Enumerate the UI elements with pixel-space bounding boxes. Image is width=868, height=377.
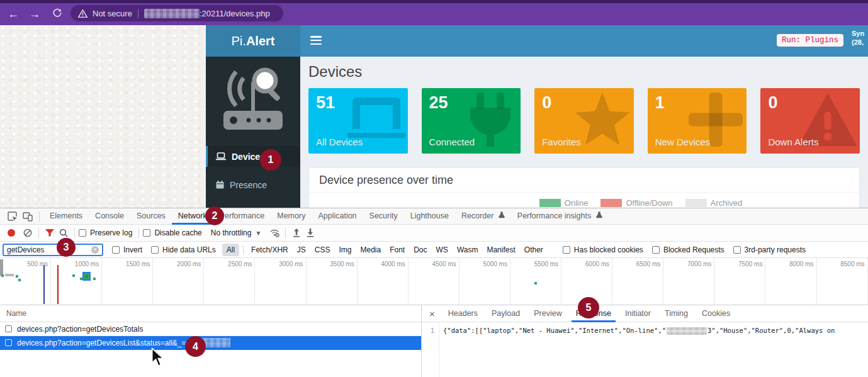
card-label: All Devices [316, 137, 363, 147]
desktop-background [0, 25, 206, 208]
devtools-tab[interactable]: Lighthouse [404, 208, 455, 225]
timeline-mark [16, 275, 18, 278]
request-type-chip[interactable]: Media [356, 244, 385, 256]
card-down-alerts[interactable]: 0 Down Alerts [760, 88, 860, 154]
app-header: Pi.Alert Run: Plugins Syn (28, [206, 25, 868, 57]
timeline-mark [43, 265, 45, 304]
import-har-icon[interactable] [290, 226, 303, 240]
device-toolbar-icon[interactable] [20, 209, 35, 224]
summary-cards: 51 All Devices 25 Connected [308, 88, 860, 154]
request-checkbox[interactable] [5, 339, 12, 346]
sidebar-item-devices[interactable]: Devices [206, 146, 300, 167]
export-har-icon[interactable] [303, 226, 317, 240]
request-type-chip[interactable]: Img [334, 244, 356, 256]
disable-cache-checkbox[interactable] [143, 229, 150, 237]
run-plugins-button[interactable]: Run: Plugins [777, 34, 843, 47]
detail-tab[interactable]: Headers [441, 305, 485, 322]
clear-filter-icon[interactable]: × [91, 246, 99, 254]
toolbar-divider [38, 228, 39, 238]
request-list-header: Name [0, 305, 421, 322]
request-row[interactable]: devices.php?action=getDevicesList&status… [0, 336, 421, 350]
filter-icon[interactable] [43, 226, 57, 240]
filter-input-value: getDevices [7, 245, 91, 254]
network-main-split: Name devices.php?action=getDevicesTotals… [0, 305, 868, 377]
network-conditions-icon[interactable] [268, 226, 281, 240]
request-type-chip[interactable]: CSS [310, 244, 335, 256]
card-favorites[interactable]: 0 Favorites [534, 88, 634, 154]
devtools-tab[interactable]: Elements [43, 208, 89, 225]
detail-tab[interactable]: Initiator [618, 305, 658, 322]
app-logo[interactable]: Pi.Alert [206, 25, 300, 57]
devtools-tab-bar: Elements Console Sources [0, 208, 868, 225]
card-connected[interactable]: 25 Connected [422, 88, 521, 154]
devtools-tab[interactable]: Memory [271, 208, 312, 225]
experimental-flask-icon [596, 208, 602, 224]
devtools-tab[interactable]: Application [312, 208, 363, 225]
extra-filter[interactable]: 3rd-party requests [733, 245, 806, 254]
request-type-chip[interactable]: Fetch/XHR [247, 244, 293, 256]
request-type-chip[interactable]: Wasm [453, 244, 483, 256]
request-row[interactable]: devices.php?action=getDevicesTotals [0, 322, 421, 336]
throttling-select[interactable]: No throttling ▼ [211, 228, 262, 237]
devtools-tab-label: Application [318, 211, 356, 220]
extra-filter-checkbox[interactable] [733, 246, 741, 254]
clear-network-log-icon[interactable] [21, 226, 35, 240]
detail-tab[interactable]: Preview [527, 305, 568, 322]
extra-filter-checkbox[interactable] [652, 246, 660, 254]
hamburger-menu-icon[interactable] [310, 36, 322, 45]
reload-icon[interactable] [50, 7, 64, 21]
presence-legend: Online Offline/Down Archived [309, 198, 859, 208]
devtools-tab[interactable]: Security [363, 208, 404, 225]
detail-tab[interactable]: Cookies [695, 305, 737, 322]
devtools-tab[interactable]: Console [89, 208, 130, 225]
timeline-mark [57, 265, 59, 304]
request-type-chip[interactable]: Manifest [482, 244, 519, 256]
extra-filter[interactable]: Blocked Requests [652, 245, 724, 254]
forward-icon[interactable]: → [28, 7, 42, 21]
request-type-chip[interactable]: Doc [409, 244, 431, 256]
record-network-log-icon[interactable] [8, 229, 15, 237]
devtools-tab[interactable]: Sources [130, 208, 172, 225]
detail-tab[interactable]: Timing [658, 305, 695, 322]
devtools-tab[interactable]: Performance insights [511, 208, 609, 225]
inspect-element-icon[interactable] [5, 209, 20, 224]
request-type-chip[interactable]: Font [385, 244, 409, 256]
card-all-devices[interactable]: 51 All Devices [308, 88, 408, 154]
network-overview-timeline[interactable]: 500 ms 1000 ms 1500 ms 2000 ms 2500 ms 3… [0, 258, 868, 305]
detail-tab-bar: × Headers Payload Preview Response Initi… [422, 305, 868, 322]
filter-input[interactable]: getDevices × [3, 244, 103, 256]
card-value: 25 [429, 93, 514, 113]
mouse-cursor-icon [151, 347, 164, 370]
devtools-tab-label: Elements [50, 211, 82, 220]
extra-filter-checkbox[interactable] [563, 246, 570, 254]
devtools-tab[interactable]: Recorder [455, 208, 511, 225]
invert-filter[interactable]: Invert [112, 245, 142, 254]
sidebar-item-label: Presence [230, 180, 267, 190]
request-type-chip[interactable]: Other [520, 244, 548, 256]
sidebar-item-presence[interactable]: Presence [206, 174, 300, 195]
timeline-tick-label: 7500 ms [714, 258, 765, 305]
request-detail-pane: × Headers Payload Preview Response Initi… [422, 305, 868, 377]
back-icon[interactable]: ← [6, 7, 20, 21]
invert-checkbox[interactable] [112, 246, 120, 254]
hide-data-urls-checkbox[interactable] [151, 246, 159, 254]
devtools-tab-label: Performance [220, 211, 265, 220]
close-icon[interactable]: × [422, 308, 441, 319]
hide-data-urls-filter[interactable]: Hide data URLs [151, 245, 216, 254]
address-bar[interactable]: Not secure :20211/devices.php [70, 5, 283, 21]
devtools-tab-label: Lighthouse [410, 211, 449, 220]
request-checkbox[interactable] [5, 325, 12, 332]
toolbar-divider [285, 228, 286, 238]
detail-tab[interactable]: Payload [485, 305, 527, 322]
card-value: 1 [655, 93, 740, 113]
request-type-chip[interactable]: JS [293, 244, 310, 256]
request-type-chip[interactable]: WS [432, 244, 453, 256]
request-type-chip[interactable]: All [222, 244, 239, 256]
more-filters: Has blocked cookies Blocked Requests 3rd… [554, 245, 806, 254]
timeline-tick-label: 7000 ms [663, 258, 714, 305]
card-new-devices[interactable]: 1 New Devices [648, 88, 747, 154]
devtools-tab-label: Sources [137, 211, 166, 220]
extra-filter[interactable]: Has blocked cookies [563, 245, 643, 254]
screen: ← → Not secure :20211/devices.php Pi.Ale… [0, 0, 868, 377]
preserve-log-checkbox[interactable] [79, 229, 86, 237]
